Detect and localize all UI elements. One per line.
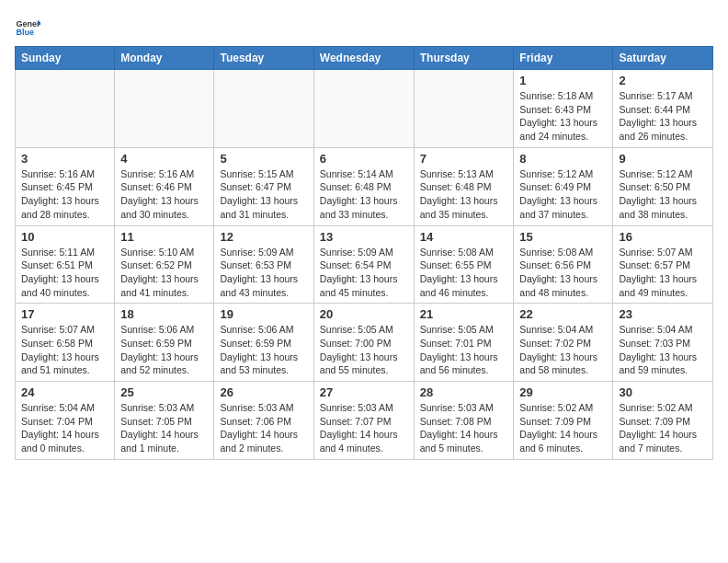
day-number: 15 <box>519 230 607 244</box>
day-number: 5 <box>220 152 307 166</box>
day-number: 4 <box>120 152 208 166</box>
calendar-cell: 2Sunrise: 5:17 AM Sunset: 6:44 PM Daylig… <box>613 70 713 148</box>
column-header-wednesday: Wednesday <box>313 47 414 70</box>
day-number: 16 <box>619 230 707 244</box>
day-info: Sunrise: 5:08 AM Sunset: 6:56 PM Dayligh… <box>519 246 607 300</box>
calendar-cell: 7Sunrise: 5:13 AM Sunset: 6:48 PM Daylig… <box>414 147 514 225</box>
day-number: 11 <box>120 230 208 244</box>
day-info: Sunrise: 5:03 AM Sunset: 7:05 PM Dayligh… <box>120 401 208 455</box>
day-number: 19 <box>220 307 307 321</box>
day-number: 9 <box>619 152 707 166</box>
day-info: Sunrise: 5:05 AM Sunset: 7:00 PM Dayligh… <box>320 323 408 377</box>
day-number: 6 <box>320 152 408 166</box>
calendar-cell: 6Sunrise: 5:14 AM Sunset: 6:48 PM Daylig… <box>313 147 414 225</box>
day-info: Sunrise: 5:02 AM Sunset: 7:09 PM Dayligh… <box>619 401 707 455</box>
calendar-cell: 3Sunrise: 5:16 AM Sunset: 6:45 PM Daylig… <box>16 147 115 225</box>
page-header: General Blue <box>15 15 713 40</box>
day-info: Sunrise: 5:05 AM Sunset: 7:01 PM Dayligh… <box>420 323 508 377</box>
calendar-cell: 26Sunrise: 5:03 AM Sunset: 7:06 PM Dayli… <box>214 382 313 460</box>
calendar-cell: 28Sunrise: 5:03 AM Sunset: 7:08 PM Dayli… <box>414 382 514 460</box>
day-info: Sunrise: 5:18 AM Sunset: 6:43 PM Dayligh… <box>519 89 607 144</box>
calendar-cell <box>16 70 115 148</box>
calendar-cell <box>214 70 313 148</box>
day-info: Sunrise: 5:13 AM Sunset: 6:48 PM Dayligh… <box>420 167 508 222</box>
calendar-cell: 18Sunrise: 5:06 AM Sunset: 6:59 PM Dayli… <box>115 304 214 382</box>
day-number: 27 <box>320 385 408 399</box>
calendar-cell: 4Sunrise: 5:16 AM Sunset: 6:46 PM Daylig… <box>115 147 214 225</box>
day-number: 2 <box>619 74 707 87</box>
svg-text:General: General <box>16 19 40 29</box>
calendar-cell: 27Sunrise: 5:03 AM Sunset: 7:07 PM Dayli… <box>313 382 414 460</box>
day-info: Sunrise: 5:04 AM Sunset: 7:03 PM Dayligh… <box>619 323 707 377</box>
calendar-cell: 9Sunrise: 5:12 AM Sunset: 6:50 PM Daylig… <box>613 147 713 225</box>
day-info: Sunrise: 5:04 AM Sunset: 7:04 PM Dayligh… <box>21 401 108 455</box>
day-number: 10 <box>21 230 108 244</box>
calendar-cell: 14Sunrise: 5:08 AM Sunset: 6:55 PM Dayli… <box>414 225 514 304</box>
day-info: Sunrise: 5:12 AM Sunset: 6:49 PM Dayligh… <box>519 167 607 222</box>
day-number: 1 <box>519 74 607 87</box>
column-header-monday: Monday <box>115 47 214 70</box>
day-info: Sunrise: 5:06 AM Sunset: 6:59 PM Dayligh… <box>120 323 208 377</box>
calendar-cell <box>414 70 514 148</box>
calendar-cell: 23Sunrise: 5:04 AM Sunset: 7:03 PM Dayli… <box>613 304 713 382</box>
day-info: Sunrise: 5:07 AM Sunset: 6:58 PM Dayligh… <box>21 323 108 377</box>
day-number: 18 <box>120 307 208 321</box>
day-number: 26 <box>220 385 307 399</box>
day-info: Sunrise: 5:03 AM Sunset: 7:07 PM Dayligh… <box>320 401 408 455</box>
day-info: Sunrise: 5:04 AM Sunset: 7:02 PM Dayligh… <box>519 323 607 377</box>
calendar-cell: 25Sunrise: 5:03 AM Sunset: 7:05 PM Dayli… <box>115 382 214 460</box>
calendar-cell: 8Sunrise: 5:12 AM Sunset: 6:49 PM Daylig… <box>514 147 613 225</box>
day-number: 21 <box>420 307 508 321</box>
column-header-friday: Friday <box>514 47 613 70</box>
day-info: Sunrise: 5:11 AM Sunset: 6:51 PM Dayligh… <box>21 246 108 300</box>
column-header-thursday: Thursday <box>414 47 514 70</box>
day-number: 13 <box>320 230 408 244</box>
day-info: Sunrise: 5:07 AM Sunset: 6:57 PM Dayligh… <box>619 246 707 300</box>
day-number: 8 <box>519 152 607 166</box>
day-number: 17 <box>21 307 108 321</box>
calendar-cell: 19Sunrise: 5:06 AM Sunset: 6:59 PM Dayli… <box>214 304 313 382</box>
day-info: Sunrise: 5:17 AM Sunset: 6:44 PM Dayligh… <box>619 89 707 144</box>
day-info: Sunrise: 5:03 AM Sunset: 7:06 PM Dayligh… <box>220 401 307 455</box>
calendar-week-row: 3Sunrise: 5:16 AM Sunset: 6:45 PM Daylig… <box>16 147 713 225</box>
day-number: 24 <box>21 385 108 399</box>
day-number: 7 <box>420 152 508 166</box>
calendar-week-row: 17Sunrise: 5:07 AM Sunset: 6:58 PM Dayli… <box>16 304 713 382</box>
calendar-cell: 11Sunrise: 5:10 AM Sunset: 6:52 PM Dayli… <box>115 225 214 304</box>
day-number: 3 <box>21 152 108 166</box>
calendar-cell: 5Sunrise: 5:15 AM Sunset: 6:47 PM Daylig… <box>214 147 313 225</box>
calendar-cell: 1Sunrise: 5:18 AM Sunset: 6:43 PM Daylig… <box>514 70 613 148</box>
day-number: 20 <box>320 307 408 321</box>
calendar-cell: 29Sunrise: 5:02 AM Sunset: 7:09 PM Dayli… <box>514 382 613 460</box>
day-number: 30 <box>619 385 707 399</box>
calendar-cell: 21Sunrise: 5:05 AM Sunset: 7:01 PM Dayli… <box>414 304 514 382</box>
calendar-cell: 16Sunrise: 5:07 AM Sunset: 6:57 PM Dayli… <box>613 225 713 304</box>
day-info: Sunrise: 5:08 AM Sunset: 6:55 PM Dayligh… <box>420 246 508 300</box>
day-info: Sunrise: 5:16 AM Sunset: 6:46 PM Dayligh… <box>120 167 208 222</box>
calendar-cell <box>115 70 214 148</box>
calendar-week-row: 10Sunrise: 5:11 AM Sunset: 6:51 PM Dayli… <box>16 225 713 304</box>
calendar-cell: 15Sunrise: 5:08 AM Sunset: 6:56 PM Dayli… <box>514 225 613 304</box>
column-header-tuesday: Tuesday <box>214 47 313 70</box>
calendar-cell: 22Sunrise: 5:04 AM Sunset: 7:02 PM Dayli… <box>514 304 613 382</box>
day-info: Sunrise: 5:02 AM Sunset: 7:09 PM Dayligh… <box>519 401 607 455</box>
day-info: Sunrise: 5:12 AM Sunset: 6:50 PM Dayligh… <box>619 167 707 222</box>
day-info: Sunrise: 5:10 AM Sunset: 6:52 PM Dayligh… <box>120 246 208 300</box>
day-info: Sunrise: 5:09 AM Sunset: 6:54 PM Dayligh… <box>320 246 408 300</box>
calendar-week-row: 24Sunrise: 5:04 AM Sunset: 7:04 PM Dayli… <box>16 382 713 460</box>
calendar-header-row: SundayMondayTuesdayWednesdayThursdayFrid… <box>16 47 713 70</box>
calendar-week-row: 1Sunrise: 5:18 AM Sunset: 6:43 PM Daylig… <box>16 70 713 148</box>
day-info: Sunrise: 5:06 AM Sunset: 6:59 PM Dayligh… <box>220 323 307 377</box>
day-info: Sunrise: 5:09 AM Sunset: 6:53 PM Dayligh… <box>220 246 307 300</box>
calendar-cell: 13Sunrise: 5:09 AM Sunset: 6:54 PM Dayli… <box>313 225 414 304</box>
calendar-cell <box>313 70 414 148</box>
day-number: 14 <box>420 230 508 244</box>
day-number: 25 <box>120 385 208 399</box>
calendar-cell: 12Sunrise: 5:09 AM Sunset: 6:53 PM Dayli… <box>214 225 313 304</box>
calendar-cell: 24Sunrise: 5:04 AM Sunset: 7:04 PM Dayli… <box>16 382 115 460</box>
logo-icon: General Blue <box>15 15 40 40</box>
calendar-cell: 17Sunrise: 5:07 AM Sunset: 6:58 PM Dayli… <box>16 304 115 382</box>
svg-text:Blue: Blue <box>16 28 34 37</box>
day-number: 12 <box>220 230 307 244</box>
day-info: Sunrise: 5:14 AM Sunset: 6:48 PM Dayligh… <box>320 167 408 222</box>
